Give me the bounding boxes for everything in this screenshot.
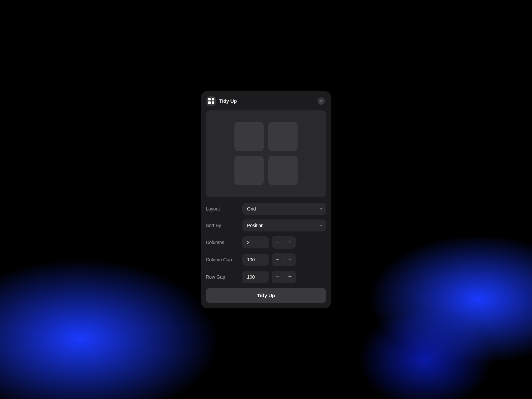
columns-increment-button[interactable]: + — [284, 236, 296, 249]
layout-preview — [206, 110, 326, 197]
app-icon-dot-4 — [212, 101, 214, 104]
layout-dropdown[interactable]: Grid Stack Row Column — [242, 203, 326, 215]
row-gap-input-group: − + — [242, 271, 296, 283]
column-gap-label: Column Gap — [206, 257, 239, 262]
columns-row: Columns − + — [206, 236, 326, 249]
columns-decrement-button[interactable]: − — [272, 236, 284, 249]
columns-label: Columns — [206, 240, 239, 245]
row-gap-stepper: − + — [272, 271, 296, 283]
row-gap-increment-button[interactable]: + — [284, 271, 296, 283]
layout-dropdown-wrapper: Grid Stack Row Column ▾ — [242, 203, 326, 215]
tidy-up-button[interactable]: Tidy Up — [206, 288, 326, 303]
sort-by-label: Sort By — [206, 223, 239, 228]
app-icon-dot-3 — [208, 101, 211, 104]
app-icon-dot-1 — [208, 98, 211, 101]
app-icon-dot-2 — [212, 98, 214, 101]
columns-input[interactable] — [242, 236, 269, 248]
tidy-up-dialog: Tidy Up × Layout Grid Stack Row Column ▾ — [201, 91, 331, 308]
controls-section: Layout Grid Stack Row Column ▾ Sort By P… — [201, 197, 331, 288]
column-gap-stepper: − + — [272, 253, 296, 266]
sort-by-row: Sort By Position Name Size Date ▾ — [206, 219, 326, 231]
row-gap-row: Row Gap − + — [206, 271, 326, 283]
preview-cell-top-left — [234, 122, 264, 151]
column-gap-row: Column Gap − + — [206, 253, 326, 266]
app-icon — [206, 96, 216, 106]
grid-preview — [234, 122, 298, 185]
preview-cell-top-right — [268, 122, 298, 151]
layout-label: Layout — [206, 206, 239, 211]
row-gap-label: Row Gap — [206, 274, 239, 280]
columns-stepper: − + — [272, 236, 296, 249]
sort-by-dropdown[interactable]: Position Name Size Date — [242, 219, 326, 231]
columns-input-group: − + — [242, 236, 296, 249]
column-gap-input[interactable] — [242, 254, 269, 266]
close-button[interactable]: × — [318, 97, 325, 105]
dialog-title: Tidy Up — [219, 98, 314, 104]
row-gap-input[interactable] — [242, 271, 269, 283]
preview-cell-bottom-left — [234, 156, 264, 185]
title-bar: Tidy Up × — [201, 91, 331, 110]
preview-cell-bottom-right — [268, 156, 298, 185]
column-gap-input-group: − + — [242, 253, 296, 266]
layout-row: Layout Grid Stack Row Column ▾ — [206, 203, 326, 215]
row-gap-decrement-button[interactable]: − — [272, 271, 284, 283]
sort-by-dropdown-wrapper: Position Name Size Date ▾ — [242, 219, 326, 231]
column-gap-decrement-button[interactable]: − — [272, 253, 284, 266]
column-gap-increment-button[interactable]: + — [284, 253, 296, 266]
